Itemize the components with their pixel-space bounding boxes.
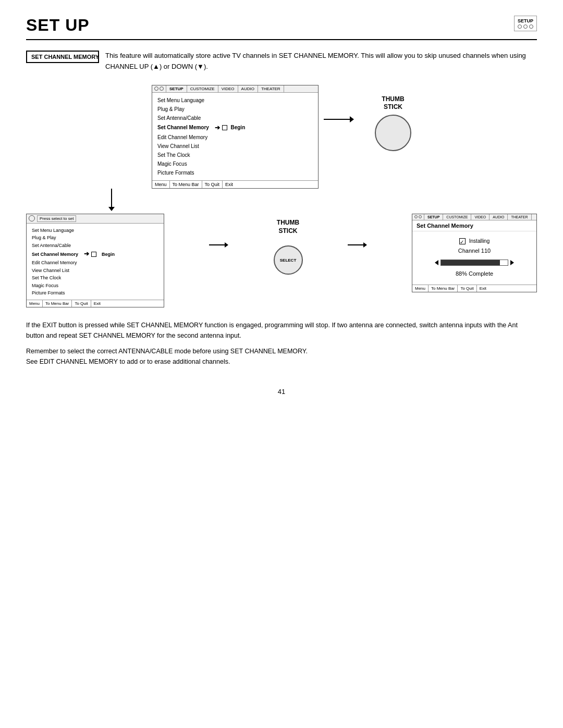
- bottom-left-arrow: [209, 242, 228, 248]
- top-tv-tabs: SETUP CUSTOMIZE VIDEO AUDIO THEATER: [152, 85, 318, 93]
- bl-menu-item-2: Plug & Play: [32, 234, 158, 241]
- bl-menu-item-8: Magic Focus: [32, 282, 158, 289]
- bottom-thumb-container: THUMBSTICK SELECT: [274, 219, 303, 275]
- spacer: [26, 189, 537, 214]
- vert-arrow-down-icon: [108, 207, 115, 211]
- setup-label: SETUP: [518, 18, 533, 23]
- thumb-stick-circle: [375, 115, 411, 151]
- installing-row: Installing: [420, 237, 529, 246]
- br-tab-theater: THEATER: [508, 214, 531, 220]
- top-tv-screen: SETUP CUSTOMIZE VIDEO AUDIO THEATER Set …: [152, 85, 319, 189]
- select-circle: SELECT: [274, 245, 303, 275]
- top-menu-item-5: Edit Channel Memory: [157, 133, 313, 142]
- body-paragraph-2: Remember to select the correct ANTENNA/C…: [26, 346, 537, 367]
- top-tv-tab-theater: THEATER: [258, 85, 284, 92]
- bottom-diagrams-row: Press select to set Set Menu Language Pl…: [26, 214, 537, 307]
- br-footer-to-quit: To Quit: [458, 285, 476, 292]
- bottom-left-tv-header: Press select to set: [27, 214, 164, 224]
- br-tv-title: Set Channel Memory: [412, 220, 536, 231]
- br-tab-setup: SETUP: [424, 214, 443, 220]
- press-select-text: Press select to set: [37, 215, 76, 222]
- bl-menu-item-1: Set Menu Language: [32, 227, 158, 234]
- top-tv-tab-video: VIDEO: [218, 85, 238, 92]
- br-tv-footer: Menu To Menu Bar To Quit Exit: [412, 285, 536, 292]
- arrow-head-right-icon: [350, 116, 354, 122]
- bl-arrow-right-icon: ➔: [84, 249, 89, 259]
- top-tv-tab-customize: CUSTOMIZE: [187, 85, 218, 92]
- page-header: SET UP SETUP: [26, 16, 537, 40]
- bl-tv-footer: Menu To Menu Bar To Quit Exit: [27, 300, 164, 307]
- br-tab-video: VIDEO: [471, 214, 489, 220]
- progress-bar-container: [420, 260, 529, 266]
- thumb-stick-container: THUMBSTICK: [375, 95, 411, 151]
- channel-label: Channel 110: [420, 246, 529, 256]
- br-tab-icons: [412, 214, 424, 220]
- page-number: 41: [26, 388, 537, 396]
- br-footer-exit: Exit: [477, 285, 489, 292]
- bottom-left-menu-list: Set Menu Language Plug & Play Set Antenn…: [27, 224, 164, 300]
- top-menu-item-8: Magic Focus: [157, 159, 313, 168]
- top-menu-item-1: Set Menu Language: [157, 96, 313, 105]
- top-diagram-area: SETUP CUSTOMIZE VIDEO AUDIO THEATER Set …: [26, 85, 537, 189]
- footer-to-menu-bar: To Menu Bar: [170, 181, 202, 188]
- br-horiz-line: [348, 244, 363, 245]
- installing-label: Installing: [469, 237, 489, 246]
- bottom-right-tv: SETUP CUSTOMIZE VIDEO AUDIO THEATER Set …: [412, 214, 537, 292]
- top-menu-item-2: Plug & Play: [157, 105, 313, 114]
- br-tab-customize: CUSTOMIZE: [443, 214, 471, 220]
- intro-text: This feature will automatically store ac…: [105, 51, 537, 72]
- br-tab-audio: AUDIO: [489, 214, 508, 220]
- page-title: SET UP: [26, 16, 90, 35]
- top-tv-menu-list: Set Menu Language Plug & Play Set Antenn…: [152, 93, 318, 180]
- progress-bar-fill: [441, 260, 500, 265]
- tri-right-icon: [510, 260, 514, 265]
- bl-arrow-head-right-icon: [225, 242, 228, 248]
- small-square-icon: [222, 125, 227, 130]
- top-tv-tab-audio: AUDIO: [238, 85, 258, 92]
- select-label: SELECT: [280, 258, 297, 263]
- footer-to-quit: To Quit: [202, 181, 223, 188]
- bl-footer-menu: Menu: [27, 300, 43, 307]
- top-menu-item-3: Set Antenna/Cable: [157, 114, 313, 122]
- circle-icon-3: [529, 24, 533, 29]
- bottom-right-tv-container: SETUP CUSTOMIZE VIDEO AUDIO THEATER Set …: [412, 214, 537, 292]
- footer-menu: Menu: [152, 181, 170, 188]
- bottom-right-arrow: [348, 242, 367, 248]
- bottom-left-tv: Press select to set Set Menu Language Pl…: [26, 214, 164, 307]
- tri-left-icon: [435, 260, 438, 265]
- bl-menu-item-3: Set Antenna/Cable: [32, 242, 158, 249]
- bl-menu-item-9: Picture Formats: [32, 289, 158, 297]
- top-menu-item-7: Set The Clock: [157, 151, 313, 159]
- dot-icon-1: [154, 87, 158, 91]
- top-tv-icon-tab: [152, 85, 166, 92]
- circle-icon-2: [523, 24, 528, 29]
- dot-icon-2: [160, 87, 164, 91]
- body-paragraph-1: If the EXIT button is pressed while SET …: [26, 320, 537, 341]
- top-arrow-connector: [324, 116, 354, 122]
- top-diagram-wrapper: SETUP CUSTOMIZE VIDEO AUDIO THEATER Set …: [26, 85, 537, 189]
- top-menu-item-6: View Channel List: [157, 142, 313, 151]
- bl-menu-item-7: Set The Clock: [32, 274, 158, 281]
- br-tv-tabs: SETUP CUSTOMIZE VIDEO AUDIO THEATER: [412, 214, 536, 220]
- bl-footer-exit: Exit: [91, 300, 103, 307]
- bl-menu-item-6: View Channel List: [32, 267, 158, 274]
- small-dot-icon: [29, 215, 35, 221]
- top-menu-item-4-active: Set Channel Memory ➔ Begin: [157, 122, 313, 133]
- installing-content: Installing Channel 110 88% Complete: [412, 231, 536, 285]
- horiz-line: [324, 119, 350, 120]
- checkbox-checked-icon: [459, 238, 466, 244]
- circle-icon-1: [518, 24, 522, 29]
- br-footer-to-menu-bar: To Menu Bar: [429, 285, 458, 292]
- thumb-stick-label: THUMBSTICK: [382, 95, 404, 112]
- setup-icon-circles: [518, 24, 533, 29]
- setup-icon-box: SETUP: [514, 16, 537, 31]
- vertical-connector: [108, 189, 115, 211]
- br-dot-icon-1: [414, 215, 418, 218]
- br-footer-menu: Menu: [412, 285, 429, 292]
- body-text-section: If the EXIT button is pressed while SET …: [26, 320, 537, 367]
- arrow-right-icon: ➔: [215, 122, 220, 133]
- top-tv-tab-setup: SETUP: [166, 85, 187, 92]
- top-menu-item-9: Picture Formats: [157, 168, 313, 177]
- bottom-left-tv-container: Press select to set Set Menu Language Pl…: [26, 214, 164, 307]
- br-dot-icon-2: [419, 215, 422, 218]
